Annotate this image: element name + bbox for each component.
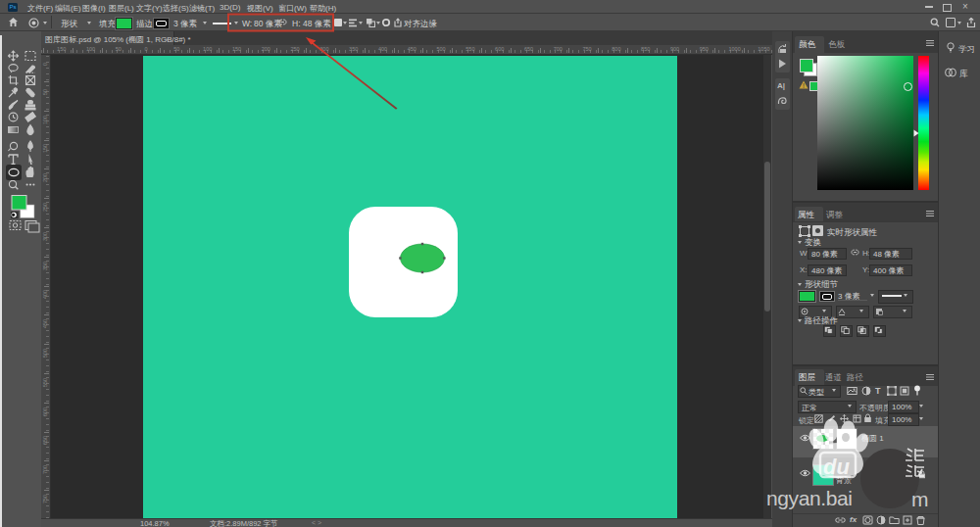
svg-text:du: du: [823, 455, 850, 479]
